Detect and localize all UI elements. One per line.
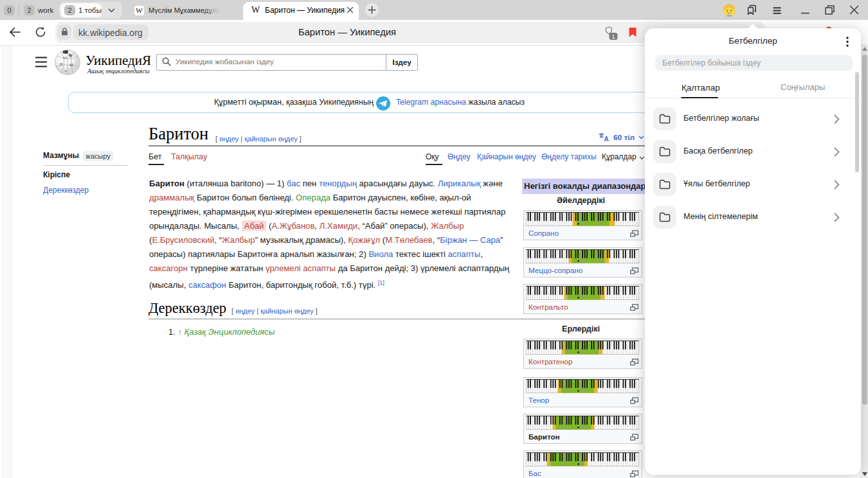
svg-text:ω: ω: [69, 62, 73, 67]
svg-text:1: 1: [611, 33, 615, 40]
svg-text:И: И: [60, 62, 63, 66]
svg-text:A: A: [604, 136, 609, 142]
svg-text:Φ: Φ: [69, 54, 72, 58]
svg-text:W: W: [63, 55, 68, 60]
svg-text:ע: ע: [65, 69, 67, 73]
